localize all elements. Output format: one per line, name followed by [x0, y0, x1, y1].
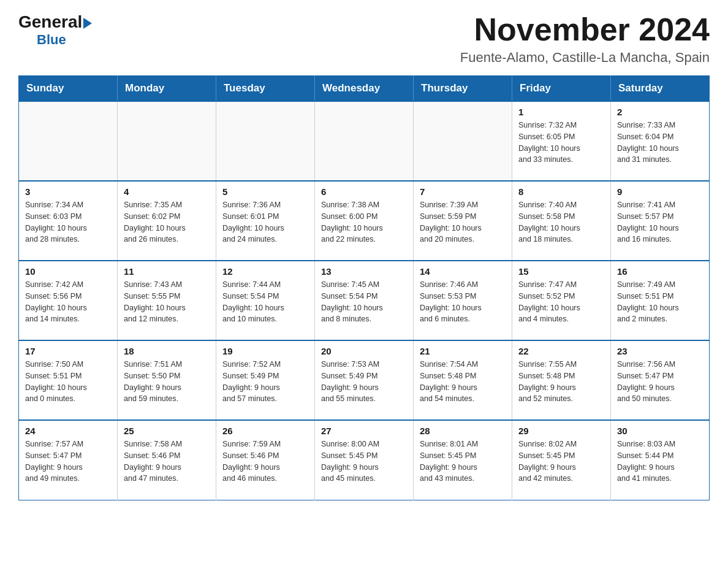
day-number: 24	[25, 426, 111, 436]
day-info: Sunrise: 7:32 AM Sunset: 6:05 PM Dayligh…	[518, 120, 604, 166]
day-cell: 30Sunrise: 8:03 AM Sunset: 5:44 PM Dayli…	[611, 420, 710, 500]
day-cell: 8Sunrise: 7:40 AM Sunset: 5:58 PM Daylig…	[512, 181, 611, 261]
day-info: Sunrise: 8:00 AM Sunset: 5:45 PM Dayligh…	[321, 439, 407, 484]
logo: General Blue	[18, 12, 92, 48]
day-number: 8	[518, 186, 604, 197]
day-cell: 5Sunrise: 7:36 AM Sunset: 6:01 PM Daylig…	[216, 181, 315, 261]
day-cell: 1Sunrise: 7:32 AM Sunset: 6:05 PM Daylig…	[512, 101, 611, 181]
calendar-header-row: SundayMondayTuesdayWednesdayThursdayFrid…	[19, 76, 710, 102]
day-number: 18	[124, 346, 210, 356]
day-info: Sunrise: 7:52 AM Sunset: 5:49 PM Dayligh…	[222, 359, 308, 405]
day-cell: 15Sunrise: 7:47 AM Sunset: 5:52 PM Dayli…	[512, 261, 611, 340]
day-info: Sunrise: 7:42 AM Sunset: 5:56 PM Dayligh…	[25, 279, 111, 325]
day-info: Sunrise: 7:36 AM Sunset: 6:01 PM Dayligh…	[222, 199, 308, 245]
day-info: Sunrise: 7:55 AM Sunset: 5:48 PM Dayligh…	[518, 359, 604, 405]
header-thursday: Thursday	[414, 76, 512, 102]
day-cell: 21Sunrise: 7:54 AM Sunset: 5:48 PM Dayli…	[414, 340, 512, 420]
day-number: 2	[617, 107, 703, 117]
page-title: November 2024	[460, 12, 710, 47]
day-number: 21	[420, 346, 506, 356]
day-cell: 20Sunrise: 7:53 AM Sunset: 5:49 PM Dayli…	[315, 340, 414, 420]
day-info: Sunrise: 7:59 AM Sunset: 5:46 PM Dayligh…	[222, 439, 308, 484]
day-number: 11	[124, 266, 210, 277]
header-tuesday: Tuesday	[216, 76, 315, 102]
header-friday: Friday	[512, 76, 611, 102]
day-info: Sunrise: 7:39 AM Sunset: 5:59 PM Dayligh…	[420, 199, 506, 245]
day-cell: 16Sunrise: 7:49 AM Sunset: 5:51 PM Dayli…	[611, 261, 710, 340]
day-cell	[414, 101, 512, 181]
week-row-5: 24Sunrise: 7:57 AM Sunset: 5:47 PM Dayli…	[19, 420, 710, 500]
day-number: 28	[420, 426, 506, 436]
day-info: Sunrise: 7:35 AM Sunset: 6:02 PM Dayligh…	[124, 199, 210, 245]
day-number: 23	[617, 346, 703, 356]
day-cell: 14Sunrise: 7:46 AM Sunset: 5:53 PM Dayli…	[414, 261, 512, 340]
title-section: November 2024 Fuente-Alamo, Castille-La …	[460, 12, 710, 66]
day-number: 13	[321, 266, 407, 277]
day-info: Sunrise: 8:01 AM Sunset: 5:45 PM Dayligh…	[420, 439, 506, 484]
day-number: 1	[518, 107, 604, 117]
day-number: 14	[420, 266, 506, 277]
week-row-4: 17Sunrise: 7:50 AM Sunset: 5:51 PM Dayli…	[19, 340, 710, 420]
day-info: Sunrise: 7:34 AM Sunset: 6:03 PM Dayligh…	[25, 199, 111, 245]
page-header: General Blue November 2024 Fuente-Alamo,…	[18, 12, 710, 66]
day-number: 29	[518, 426, 604, 436]
day-info: Sunrise: 7:41 AM Sunset: 5:57 PM Dayligh…	[617, 199, 703, 245]
day-info: Sunrise: 7:33 AM Sunset: 6:04 PM Dayligh…	[617, 120, 703, 166]
day-cell: 10Sunrise: 7:42 AM Sunset: 5:56 PM Dayli…	[19, 261, 118, 340]
day-cell: 27Sunrise: 8:00 AM Sunset: 5:45 PM Dayli…	[315, 420, 414, 500]
day-cell	[19, 101, 118, 181]
week-row-2: 3Sunrise: 7:34 AM Sunset: 6:03 PM Daylig…	[19, 181, 710, 261]
day-cell: 23Sunrise: 7:56 AM Sunset: 5:47 PM Dayli…	[611, 340, 710, 420]
day-info: Sunrise: 7:38 AM Sunset: 6:00 PM Dayligh…	[321, 199, 407, 245]
day-info: Sunrise: 7:47 AM Sunset: 5:52 PM Dayligh…	[518, 279, 604, 325]
day-cell: 26Sunrise: 7:59 AM Sunset: 5:46 PM Dayli…	[216, 420, 315, 500]
day-number: 6	[321, 186, 407, 197]
day-number: 25	[124, 426, 210, 436]
day-info: Sunrise: 7:58 AM Sunset: 5:46 PM Dayligh…	[124, 439, 210, 484]
day-number: 9	[617, 186, 703, 197]
day-number: 15	[518, 266, 604, 277]
day-info: Sunrise: 7:40 AM Sunset: 5:58 PM Dayligh…	[518, 199, 604, 245]
day-cell: 9Sunrise: 7:41 AM Sunset: 5:57 PM Daylig…	[611, 181, 710, 261]
day-number: 19	[222, 346, 308, 356]
day-info: Sunrise: 7:53 AM Sunset: 5:49 PM Dayligh…	[321, 359, 407, 405]
day-number: 10	[25, 266, 111, 277]
day-info: Sunrise: 7:56 AM Sunset: 5:47 PM Dayligh…	[617, 359, 703, 405]
day-number: 12	[222, 266, 308, 277]
day-info: Sunrise: 7:57 AM Sunset: 5:47 PM Dayligh…	[25, 439, 111, 484]
day-cell: 28Sunrise: 8:01 AM Sunset: 5:45 PM Dayli…	[414, 420, 512, 500]
logo-general-text: General	[18, 12, 82, 32]
day-number: 5	[222, 186, 308, 197]
day-cell: 4Sunrise: 7:35 AM Sunset: 6:02 PM Daylig…	[118, 181, 216, 261]
header-sunday: Sunday	[19, 76, 118, 102]
day-cell: 24Sunrise: 7:57 AM Sunset: 5:47 PM Dayli…	[19, 420, 118, 500]
day-info: Sunrise: 7:49 AM Sunset: 5:51 PM Dayligh…	[617, 279, 703, 325]
day-cell: 22Sunrise: 7:55 AM Sunset: 5:48 PM Dayli…	[512, 340, 611, 420]
day-cell	[216, 101, 315, 181]
day-info: Sunrise: 7:46 AM Sunset: 5:53 PM Dayligh…	[420, 279, 506, 325]
day-number: 20	[321, 346, 407, 356]
day-number: 30	[617, 426, 703, 436]
day-number: 22	[518, 346, 604, 356]
week-row-3: 10Sunrise: 7:42 AM Sunset: 5:56 PM Dayli…	[19, 261, 710, 340]
calendar-table: SundayMondayTuesdayWednesdayThursdayFrid…	[18, 75, 710, 500]
logo-arrow-icon	[83, 18, 92, 29]
day-cell: 12Sunrise: 7:44 AM Sunset: 5:54 PM Dayli…	[216, 261, 315, 340]
day-cell: 25Sunrise: 7:58 AM Sunset: 5:46 PM Dayli…	[118, 420, 216, 500]
day-cell: 29Sunrise: 8:02 AM Sunset: 5:45 PM Dayli…	[512, 420, 611, 500]
day-info: Sunrise: 7:54 AM Sunset: 5:48 PM Dayligh…	[420, 359, 506, 405]
day-cell: 6Sunrise: 7:38 AM Sunset: 6:00 PM Daylig…	[315, 181, 414, 261]
day-cell	[118, 101, 216, 181]
page-subtitle: Fuente-Alamo, Castille-La Mancha, Spain	[460, 50, 710, 66]
week-row-1: 1Sunrise: 7:32 AM Sunset: 6:05 PM Daylig…	[19, 101, 710, 181]
day-cell	[315, 101, 414, 181]
day-info: Sunrise: 8:02 AM Sunset: 5:45 PM Dayligh…	[518, 439, 604, 484]
day-info: Sunrise: 7:50 AM Sunset: 5:51 PM Dayligh…	[25, 359, 111, 405]
day-number: 17	[25, 346, 111, 356]
day-cell: 18Sunrise: 7:51 AM Sunset: 5:50 PM Dayli…	[118, 340, 216, 420]
day-info: Sunrise: 7:43 AM Sunset: 5:55 PM Dayligh…	[124, 279, 210, 325]
day-cell: 2Sunrise: 7:33 AM Sunset: 6:04 PM Daylig…	[611, 101, 710, 181]
day-info: Sunrise: 8:03 AM Sunset: 5:44 PM Dayligh…	[617, 439, 703, 484]
day-cell: 13Sunrise: 7:45 AM Sunset: 5:54 PM Dayli…	[315, 261, 414, 340]
day-cell: 3Sunrise: 7:34 AM Sunset: 6:03 PM Daylig…	[19, 181, 118, 261]
